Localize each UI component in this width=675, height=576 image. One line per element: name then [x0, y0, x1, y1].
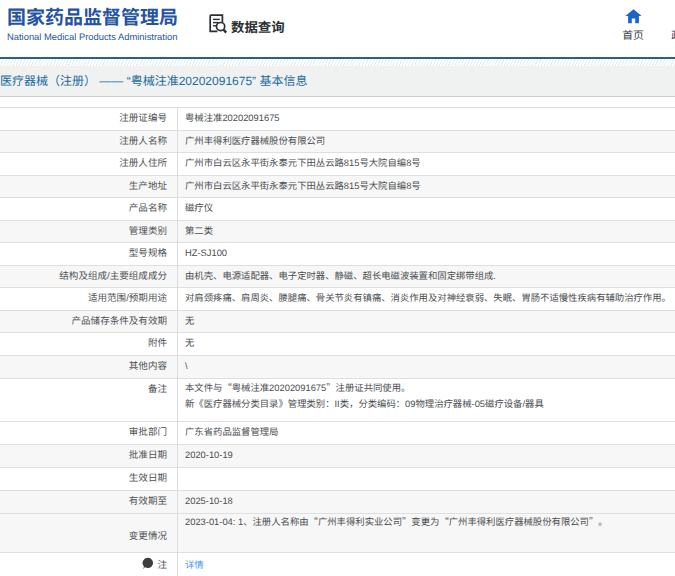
row-value: 广州市白云区永平街永泰元下田丛云路815号大院自编8号 [177, 153, 675, 175]
column-divider [177, 108, 178, 576]
site-header: 国家药品监督管理局 National Medical Products Admi… [0, 0, 675, 57]
table-row: 产品储存条件及有效期无 [0, 311, 675, 334]
row-label: 审批部门 [0, 422, 177, 444]
nav-item-gov-label: 政务 [671, 27, 675, 43]
row-value: 本文件与“粤械注准20202091675”注册证共同使用。 新《医疗器械分类目录… [177, 379, 675, 422]
table-row: 变更情况2023-01-04: 1、注册人名称由“广州丰得利实业公司”变更为“广… [0, 514, 675, 553]
row-value: 无 [177, 333, 675, 355]
row-label: 注册人住所 [0, 153, 177, 175]
row-value: 广东省药品监督管理局 [177, 422, 675, 444]
table-row: 有效期至2025-10-18 [0, 491, 675, 514]
hatch-strip [0, 59, 675, 66]
home-icon [625, 8, 642, 24]
table-row: 其他内容\ [0, 356, 675, 379]
document-search-icon [206, 12, 228, 40]
row-label: 备注 [0, 379, 177, 422]
row-label: 变更情况 [0, 514, 177, 552]
table-row: 生产地址广州市白云区永平街永泰元下田丛云路815号大院自编8号 [0, 176, 675, 199]
row-value: \ [177, 356, 675, 378]
row-label: 注 [0, 553, 177, 576]
row-value: 2023-01-04: 1、注册人名称由“广州丰得利实业公司”变更为“广州丰得利… [177, 514, 675, 552]
site-title: 国家药品监督管理局 [7, 7, 178, 31]
top-nav: 首页 政务 [611, 8, 675, 43]
row-label: 型号规格 [0, 243, 177, 265]
detail-link[interactable]: 详情 [185, 560, 204, 570]
table-row: 生效日期 [0, 468, 675, 491]
nav-item-home[interactable]: 首页 [611, 8, 655, 43]
row-value: HZ-SJ100 [177, 243, 675, 265]
table-row: 附件无 [0, 333, 675, 356]
table-row: 结构及组成/主要组成成分由机壳、电源适配器、电子定时器、静磁、超长电磁波装置和固… [0, 266, 675, 289]
table-row: 型号规格HZ-SJ100 [0, 243, 675, 266]
row-value: 由机壳、电源适配器、电子定时器、静磁、超长电磁波装置和固定绑带组成. [177, 266, 675, 288]
row-value: 磁疗仪 [177, 198, 675, 220]
table-row: 管理类别第二类 [0, 221, 675, 244]
table-row: 审批部门广东省药品监督管理局 [0, 422, 675, 445]
row-label: 适用范围/预期用途 [0, 288, 177, 310]
row-label: 管理类别 [0, 221, 177, 243]
row-label: 有效期至 [0, 491, 177, 513]
table-row: 注册人名称广州丰得利医疗器械股份有限公司 [0, 131, 675, 154]
row-label: 其他内容 [0, 356, 177, 378]
row-label: 产品名称 [0, 198, 177, 220]
row-label: 附件 [0, 333, 177, 355]
note-icon [142, 557, 154, 570]
row-label-text: 注 [157, 560, 167, 571]
nav-item-home-label: 首页 [622, 27, 644, 43]
row-value: 详情 [177, 553, 675, 576]
table-row: 适用范围/预期用途对肩颈疼痛、肩周炎、腰腿痛、骨关节炎有镇痛、消炎作用及对神经衰… [0, 288, 675, 311]
row-label: 批准日期 [0, 445, 177, 467]
data-query-title: 数据查询 [231, 16, 285, 36]
row-label: 注册证编号 [0, 108, 177, 130]
row-label: 产品储存条件及有效期 [0, 311, 177, 333]
table-row: 备注本文件与“粤械注准20202091675”注册证共同使用。 新《医疗器械分类… [0, 379, 675, 423]
row-value: 2020-10-19 [177, 445, 675, 467]
table-row: 注详情 [0, 553, 675, 576]
table-row: 注册证编号粤械注准20202091675 [0, 108, 675, 131]
table-row: 产品名称磁疗仪 [0, 198, 675, 221]
row-label: 生效日期 [0, 468, 177, 490]
nmpa-logo: 国家药品监督管理局 National Medical Products Admi… [7, 7, 178, 43]
row-label: 注册人名称 [0, 131, 177, 153]
row-label: 生产地址 [0, 176, 177, 198]
row-value: 无 [177, 311, 675, 333]
breadcrumb: 医疗器械（注册） —— “粤械注准20202091675” 基本信息 [0, 66, 307, 96]
row-value: 对肩颈疼痛、肩周炎、腰腿痛、骨关节炎有镇痛、消炎作用及对神经衰弱、失眠、胃肠不适… [177, 288, 675, 310]
table-rows: 注册证编号粤械注准20202091675注册人名称广州丰得利医疗器械股份有限公司… [0, 108, 675, 576]
table-row: 注册人住所广州市白云区永平街永泰元下田丛云路815号大院自编8号 [0, 153, 675, 176]
row-value: 第二类 [177, 221, 675, 243]
row-value: 2025-10-18 [177, 491, 675, 513]
table-row: 批准日期2020-10-19 [0, 445, 675, 468]
site-subtitle: National Medical Products Administration [7, 31, 178, 43]
detail-table: 注册证编号粤械注准20202091675注册人名称广州丰得利医疗器械股份有限公司… [0, 107, 675, 576]
nav-item-gov[interactable]: 政务 [660, 8, 675, 43]
breadcrumb-bar: 医疗器械（注册） —— “粤械注准20202091675” 基本信息 [0, 66, 675, 97]
row-label: 结构及组成/主要组成成分 [0, 266, 177, 288]
row-value: 粤械注准20202091675 [177, 108, 675, 130]
row-value: 广州市白云区永平街永泰元下田丛云路815号大院自编8号 [177, 176, 675, 198]
row-value: 广州丰得利医疗器械股份有限公司 [177, 131, 675, 153]
data-query-section: 数据查询 [206, 12, 285, 40]
row-value [177, 468, 675, 490]
